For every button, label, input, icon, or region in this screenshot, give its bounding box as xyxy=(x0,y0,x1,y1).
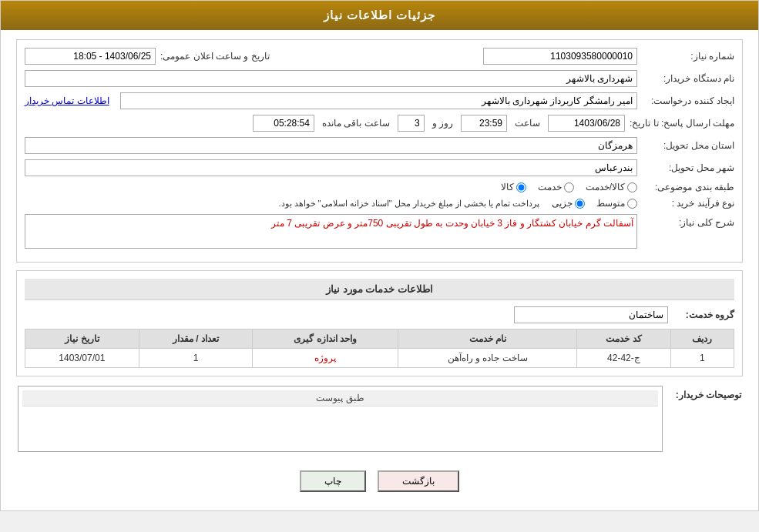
description-textarea[interactable]: آسفالت گرم خیابان کشتگار و فاز 3 خیابان … xyxy=(25,214,637,249)
category-radio-group: کالا/خدمت خدمت کالا xyxy=(501,182,637,192)
row-province: استان محل تحویل: xyxy=(25,137,734,154)
buyer-org-label: نام دستگاه خریدار: xyxy=(642,73,734,84)
response-date-input[interactable] xyxy=(548,115,625,132)
process-jozei-label: جزیی xyxy=(552,198,573,209)
category-khedmat-label: خدمت xyxy=(538,182,562,192)
cell-service-code: ج-42-42 xyxy=(577,349,670,368)
cell-quantity: 1 xyxy=(139,349,253,368)
announcement-input[interactable] xyxy=(25,48,156,65)
attachment-label: طبق پیوست xyxy=(22,390,658,407)
radio-mutavasset-input[interactable] xyxy=(627,199,637,209)
description-label: شرح کلی نیاز: xyxy=(642,214,734,228)
category-kala-label: کالا xyxy=(501,182,514,192)
remaining-time-input[interactable] xyxy=(253,115,314,132)
services-section-title: اطلاعات خدمات مورد نیاز xyxy=(25,279,734,300)
remaining-label: ساعت باقی مانده xyxy=(322,118,390,129)
group-input[interactable] xyxy=(514,306,668,323)
col-date: تاریخ نیاز xyxy=(25,330,139,349)
row-category: طبقه بندی موضوعی: کالا/خدمت خدمت کالا xyxy=(25,182,734,192)
cell-unit: پروژه xyxy=(253,349,398,368)
process-radio-group: متوسط جزیی xyxy=(552,198,637,209)
radio-kala-khedmat-input[interactable] xyxy=(627,182,637,192)
comments-textarea[interactable] xyxy=(22,407,658,445)
row-buyer-org: نام دستگاه خریدار: xyxy=(25,70,734,87)
category-kala-khedmat-label: کالا/خدمت xyxy=(586,182,625,192)
comments-row: توصیحات خریدار: طبق پیوست xyxy=(18,386,741,452)
need-number-input[interactable] xyxy=(483,48,637,65)
services-section: اطلاعات خدمات مورد نیاز گروه خدمت: ردیف … xyxy=(16,270,743,376)
radio-jozei-input[interactable] xyxy=(575,199,585,209)
table-row: 1 ج-42-42 ساخت جاده و راه‌آهن پروژه 1 14… xyxy=(25,349,734,368)
cell-date: 1403/07/01 xyxy=(25,349,139,368)
response-deadline-label: مهلت ارسال پاسخ: تا تاریخ: xyxy=(630,118,734,129)
need-number-label: شماره نیاز: xyxy=(642,51,734,62)
comments-section: توصیحات خریدار: طبق پیوست xyxy=(16,384,743,453)
top-info-section: شماره نیاز: تاریخ و ساعت اعلان عمومی: نا… xyxy=(16,39,743,263)
row-creator: ایجاد کننده درخواست: اطلاعات تماس خریدار xyxy=(25,92,734,109)
response-time-input[interactable] xyxy=(461,115,507,132)
comments-inner: طبق پیوست xyxy=(18,386,663,452)
radio-mutavasset[interactable]: متوسط xyxy=(596,198,637,209)
footer-buttons: بازگشت چاپ xyxy=(16,461,743,501)
process-mutavasset-label: متوسط xyxy=(596,198,625,209)
services-table: ردیف کد خدمت نام خدمت واحد اندازه گیری ت… xyxy=(25,329,734,368)
radio-kala[interactable]: کالا xyxy=(501,182,526,192)
page-header: جزئیات اطلاعات نیاز xyxy=(1,1,758,30)
radio-khedmat[interactable]: خدمت xyxy=(538,182,574,192)
col-quantity: تعداد / مقدار xyxy=(139,330,253,349)
city-label: شهر محل تحویل: xyxy=(642,162,734,173)
col-service-code: کد خدمت xyxy=(577,330,670,349)
col-service-name: نام خدمت xyxy=(398,330,577,349)
row-city: شهر محل تحویل: xyxy=(25,159,734,176)
buyer-comments-label: توصیحات خریدار: xyxy=(664,386,741,452)
main-content: شماره نیاز: تاریخ و ساعت اعلان عمومی: نا… xyxy=(1,30,758,510)
radio-khedmat-input[interactable] xyxy=(564,182,574,192)
province-input[interactable] xyxy=(25,137,637,154)
back-button[interactable]: بازگشت xyxy=(378,470,459,492)
page-wrapper: جزئیات اطلاعات نیاز شماره نیاز: تاریخ و … xyxy=(0,0,759,511)
creator-label: ایجاد کننده درخواست: xyxy=(642,95,734,106)
row-process-type: نوع فرآیند خرید : متوسط جزیی پرداخت تمام… xyxy=(25,198,734,209)
row-need-number: شماره نیاز: تاریخ و ساعت اعلان عمومی: xyxy=(25,48,734,65)
creator-input[interactable] xyxy=(120,92,637,109)
province-label: استان محل تحویل: xyxy=(642,140,734,151)
buyer-org-input[interactable] xyxy=(25,70,637,87)
radio-kala-input[interactable] xyxy=(516,182,526,192)
print-button[interactable]: چاپ xyxy=(300,470,366,492)
row-description: شرح کلی نیاز: آسفالت گرم خیابان کشتگار و… xyxy=(25,214,734,249)
response-days-label: روز و xyxy=(432,118,453,129)
row-response-deadline: مهلت ارسال پاسخ: تا تاریخ: ساعت روز و سا… xyxy=(25,115,734,132)
response-time-label: ساعت xyxy=(515,118,540,129)
comments-table: توصیحات خریدار: طبق پیوست xyxy=(16,384,743,453)
radio-kala-khedmat[interactable]: کالا/خدمت xyxy=(586,182,637,192)
row-group: گروه خدمت: xyxy=(25,306,734,323)
cell-row-num: 1 xyxy=(670,349,734,368)
process-note: پرداخت تمام یا بخشی از مبلغ خریدار محل "… xyxy=(278,199,539,209)
contact-link[interactable]: اطلاعات تماس خریدار xyxy=(25,95,109,106)
city-input[interactable] xyxy=(25,159,637,176)
radio-jozei[interactable]: جزیی xyxy=(552,198,585,209)
cell-service-name: ساخت جاده و راه‌آهن xyxy=(398,349,577,368)
col-row-num: ردیف xyxy=(670,330,734,349)
response-days-input[interactable] xyxy=(398,115,425,132)
col-unit: واحد اندازه گیری xyxy=(253,330,398,349)
announcement-label: تاریخ و ساعت اعلان عمومی: xyxy=(160,51,270,62)
group-label: گروه خدمت: xyxy=(673,309,734,320)
category-label: طبقه بندی موضوعی: xyxy=(642,182,734,192)
comments-cell: طبق پیوست xyxy=(18,386,663,452)
process-label: نوع فرآیند خرید : xyxy=(642,198,734,209)
header-title: جزئیات اطلاعات نیاز xyxy=(324,8,435,22)
table-header-row: ردیف کد خدمت نام خدمت واحد اندازه گیری ت… xyxy=(25,330,734,349)
